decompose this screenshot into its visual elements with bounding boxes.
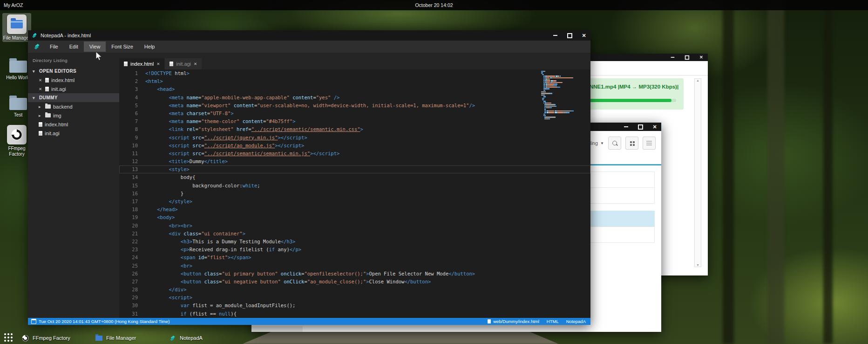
line-number: 29 [119,294,145,302]
tree-item-label: DUMMY [39,95,58,100]
code-line-6[interactable]: 6 <meta charset="UTF-8"> [119,110,590,117]
menu-bar-items: FileEditViewFont SizeHelp [44,41,160,52]
taskbar-item-file-manager[interactable]: File Manager [92,332,139,344]
scroll-down-icon[interactable]: ▼ [696,263,699,267]
line-number: 23 [119,246,145,254]
tree-trunk [723,0,734,344]
tree-item-index-html[interactable]: index.html [28,120,119,129]
ffmpeg-icon [21,334,29,342]
status-file-path[interactable]: web/Dummy/index.html [493,319,539,324]
minimize-icon[interactable] [552,33,558,38]
tab-index-html[interactable]: index.html✕ [119,58,164,69]
maximize-icon[interactable] [567,33,572,38]
code-line-12[interactable]: 12 <title>Dummy</title> [119,158,590,165]
maximize-icon[interactable] [685,55,689,60]
close-icon[interactable] [581,33,587,38]
code-line-31[interactable]: 31 if (flist == null){ [119,310,590,318]
scrollbar[interactable]: ▲ ▼ [694,78,701,267]
line-number: 5 [119,102,145,110]
tree-item-img[interactable]: ▸img [28,111,119,120]
code-line-21[interactable]: 21 <div class="ui container"> [119,230,590,238]
close-tab-icon[interactable]: ✕ [194,62,197,66]
maximize-icon[interactable] [637,124,643,130]
status-language[interactable]: HTML [547,319,559,324]
code-line-28[interactable]: 28 </div> [119,286,590,294]
code-area[interactable]: 1<!DOCTYPE html>2<html>3 <head>4 <meta n… [119,69,590,318]
search-button[interactable] [608,137,621,150]
desktop-icon-ffmpeg-factory[interactable]: FFmpeg Factory [2,125,31,157]
code-line-26[interactable]: 26 <button class="ui primary button" onc… [119,270,590,278]
close-editor-icon[interactable]: ✕ [39,78,43,83]
code-line-27[interactable]: 27 <button class="ui negative button" on… [119,278,590,286]
code-line-30[interactable]: 30 var flist = ao_module_loadInputFiles(… [119,302,590,310]
code-line-15[interactable]: 15 background-color:white; [119,182,590,190]
menu-help[interactable]: Help [139,41,161,52]
tree-item-index-html[interactable]: ✕index.html [28,76,119,84]
notepada-titlebar[interactable]: NotepadA - index.html [28,30,590,41]
code-line-22[interactable]: 22 <h3>This is a Dummy Testing Module</h… [119,238,590,246]
code-line-25[interactable]: 25 <br> [119,262,590,270]
code-line-18[interactable]: 18 </head> [119,206,590,213]
caret-right-icon: ▸ [39,113,43,118]
code-line-1[interactable]: 1<!DOCTYPE html> [119,69,590,77]
line-number: 15 [119,182,145,190]
sidebar: Directory Listing ▾OPEN EDITORS✕index.ht… [28,53,119,318]
system-top-bar: My ArOZ October 20 14:02 [0,0,868,10]
code-line-7[interactable]: 7 <meta name="theme-color" content="#4b7… [119,117,590,125]
code-line-3[interactable]: 3 <head> [119,85,590,93]
list-view-button[interactable] [643,137,656,150]
folder-icon [45,104,51,109]
tree-item-backend[interactable]: ▸backend [28,102,119,111]
caret-down-icon: ▾ [33,69,37,74]
code-line-10[interactable]: 10 <script src="../script/ao_module.js">… [119,142,590,150]
tree-item-init-agi[interactable]: ✕init.agi [28,84,119,93]
notepada-window: NotepadA - index.html FileEditViewFont S… [28,30,590,325]
grid-view-button[interactable] [625,137,638,150]
menu-view[interactable]: View [84,41,106,52]
app-launcher-grid-icon[interactable] [4,333,13,342]
tab-init-agi[interactable]: init.agi✕ [165,58,202,69]
tree-item-init-agi[interactable]: init.agi [28,129,119,138]
code-line-29[interactable]: 29 <script> [119,294,590,302]
line-number: 25 [119,262,145,270]
menu-file[interactable]: File [44,41,64,52]
tab-label: init.agi [176,61,191,67]
code-line-17[interactable]: 17 </style> [119,198,590,206]
code-line-11[interactable]: 11 <script src="../script/semantic/seman… [119,150,590,158]
code-line-5[interactable]: 5 <meta name="viewport" content="user-sc… [119,102,590,110]
tree-item-label: index.html [45,122,68,127]
code-line-4[interactable]: 4 <meta name="apple-mobile-web-app-capab… [119,94,590,102]
file-icon [170,62,173,66]
minimize-icon[interactable] [670,55,675,60]
menu-edit[interactable]: Edit [64,41,84,52]
line-number: 24 [119,254,145,261]
line-number: 31 [119,310,145,318]
code-line-2[interactable]: 2<html> [119,77,590,85]
close-icon[interactable] [652,124,658,130]
desktop-icon-file-manager[interactable]: File Manager [2,13,31,42]
code-line-16[interactable]: 16 } [119,190,590,198]
file-icon [45,78,49,83]
code-line-14[interactable]: 14 body{ [119,173,590,181]
taskbar-item-ffmpeg-factory[interactable]: FFmpeg Factory [19,332,73,344]
code-line-19[interactable]: 19 <body> [119,213,590,221]
taskbar-item-notepada[interactable]: NotepadA [166,332,205,344]
code-line-8[interactable]: 8 <link rel="stylesheet" href="../script… [119,125,590,133]
code-line-13[interactable]: 13 <style> [119,165,590,173]
menu-font-size[interactable]: Font Size [106,41,138,52]
minimize-icon[interactable] [623,124,629,130]
window-title: NotepadA - index.html [41,33,91,38]
close-icon[interactable] [699,55,704,60]
code-line-9[interactable]: 9 <script src="../script/jquery.min.js">… [119,134,590,142]
sidebar-tree: ▾OPEN EDITORS✕index.html✕init.agi▾DUMMY▸… [28,67,119,138]
tree-item-label: index.html [51,77,75,83]
close-editor-icon[interactable]: ✕ [39,87,43,91]
code-line-23[interactable]: 23 <p>Received drag-in filelist (if any)… [119,246,590,254]
code-line-20[interactable]: 20 <br><br> [119,222,590,230]
tree-item-open-editors[interactable]: ▾OPEN EDITORS [28,67,119,76]
code-line-24[interactable]: 24 <span id="flist"></span> [119,254,590,261]
close-tab-icon[interactable]: ✕ [156,62,160,66]
tree-item-dummy[interactable]: ▾DUMMY [28,93,119,102]
scroll-up-icon[interactable]: ▲ [696,79,699,82]
minimap[interactable] [541,71,584,120]
